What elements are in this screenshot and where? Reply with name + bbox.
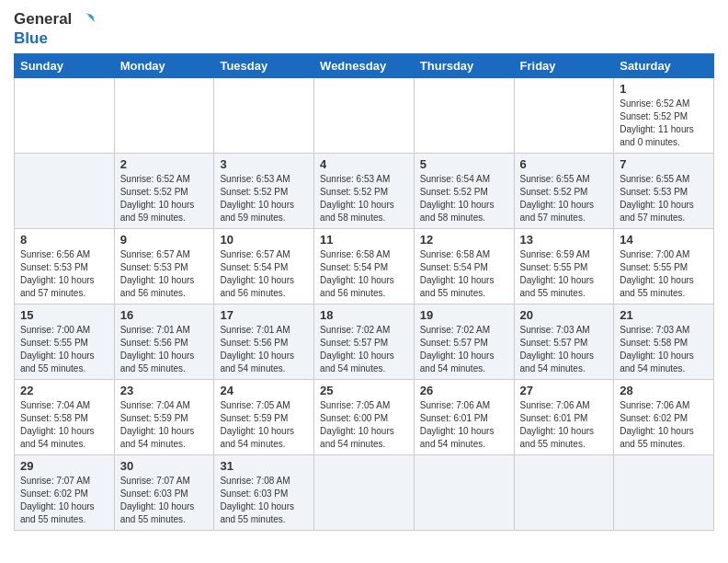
calendar-cell: 16Sunrise: 7:01 AMSunset: 5:56 PMDayligh… — [114, 304, 214, 380]
day-number: 1 — [620, 82, 708, 96]
calendar-cell: 10Sunrise: 6:57 AMSunset: 5:54 PMDayligh… — [214, 229, 314, 304]
week-row-0: 1Sunrise: 6:52 AMSunset: 5:52 PMDaylight… — [15, 78, 714, 154]
day-number: 18 — [320, 308, 408, 322]
calendar-cell: 25Sunrise: 7:05 AMSunset: 6:00 PMDayligh… — [314, 380, 415, 455]
cell-content: Sunrise: 6:59 AMSunset: 5:55 PMDaylight:… — [520, 248, 609, 300]
calendar-cell: 13Sunrise: 6:59 AMSunset: 5:55 PMDayligh… — [514, 229, 614, 304]
calendar-cell: 4Sunrise: 6:53 AMSunset: 5:52 PMDaylight… — [314, 154, 415, 229]
calendar-cell: 22Sunrise: 7:04 AMSunset: 5:58 PMDayligh… — [15, 380, 115, 455]
header-day-friday: Friday — [514, 54, 614, 78]
cell-content: Sunrise: 7:00 AMSunset: 5:55 PMDaylight:… — [620, 248, 708, 300]
calendar-cell: 24Sunrise: 7:05 AMSunset: 5:59 PMDayligh… — [214, 380, 314, 455]
cell-content: Sunrise: 7:05 AMSunset: 6:00 PMDaylight:… — [320, 399, 408, 451]
logo-general: General — [14, 10, 72, 29]
day-number: 4 — [320, 157, 408, 171]
cell-content: Sunrise: 7:07 AMSunset: 6:03 PMDaylight:… — [120, 475, 209, 526]
calendar-cell: 2Sunrise: 6:52 AMSunset: 5:52 PMDaylight… — [114, 154, 214, 229]
week-row-5: 29Sunrise: 7:07 AMSunset: 6:02 PMDayligh… — [15, 455, 714, 531]
day-number: 31 — [220, 459, 308, 473]
cell-content: Sunrise: 7:02 AMSunset: 5:57 PMDaylight:… — [320, 324, 408, 375]
calendar-cell: 31Sunrise: 7:08 AMSunset: 6:03 PMDayligh… — [214, 455, 314, 531]
logo: General Blue — [14, 9, 95, 48]
calendar-cell — [514, 455, 614, 531]
day-number: 5 — [420, 157, 508, 171]
main-container: General Blue SundayMondayTuesdayWednesda… — [0, 0, 728, 540]
calendar-cell: 6Sunrise: 6:55 AMSunset: 5:52 PMDaylight… — [514, 154, 614, 229]
day-number: 8 — [20, 233, 108, 247]
calendar-cell: 8Sunrise: 6:56 AMSunset: 5:53 PMDaylight… — [15, 229, 115, 304]
day-number: 17 — [220, 308, 308, 322]
cell-content: Sunrise: 6:58 AMSunset: 5:54 PMDaylight:… — [320, 248, 408, 300]
cell-content: Sunrise: 6:55 AMSunset: 5:53 PMDaylight:… — [620, 173, 708, 224]
cell-content: Sunrise: 7:01 AMSunset: 5:56 PMDaylight:… — [220, 324, 308, 375]
calendar-cell: 15Sunrise: 7:00 AMSunset: 5:55 PMDayligh… — [15, 304, 115, 380]
calendar-cell: 3Sunrise: 6:53 AMSunset: 5:52 PMDaylight… — [214, 154, 314, 229]
cell-content: Sunrise: 7:03 AMSunset: 5:58 PMDaylight:… — [620, 324, 708, 375]
calendar-cell — [314, 455, 415, 531]
day-number: 16 — [120, 308, 209, 322]
calendar-cell: 29Sunrise: 7:07 AMSunset: 6:02 PMDayligh… — [15, 455, 115, 531]
header-day-wednesday: Wednesday — [314, 54, 415, 78]
calendar-cell: 26Sunrise: 7:06 AMSunset: 6:01 PMDayligh… — [414, 380, 514, 455]
day-number: 23 — [120, 384, 209, 397]
calendar-cell: 14Sunrise: 7:00 AMSunset: 5:55 PMDayligh… — [614, 229, 714, 304]
cell-content: Sunrise: 7:02 AMSunset: 5:57 PMDaylight:… — [420, 324, 508, 375]
logo-blue: Blue — [14, 29, 48, 48]
calendar-cell: 1Sunrise: 6:52 AMSunset: 5:52 PMDaylight… — [614, 78, 714, 154]
logo-bird-icon — [74, 9, 95, 29]
day-number: 25 — [320, 384, 408, 397]
day-number: 7 — [620, 157, 708, 171]
calendar-cell: 23Sunrise: 7:04 AMSunset: 5:59 PMDayligh… — [114, 380, 214, 455]
day-number: 15 — [20, 308, 108, 322]
cell-content: Sunrise: 6:58 AMSunset: 5:54 PMDaylight:… — [420, 248, 508, 300]
day-number: 27 — [520, 384, 609, 397]
cell-content: Sunrise: 7:05 AMSunset: 5:59 PMDaylight:… — [220, 399, 308, 451]
cell-content: Sunrise: 6:57 AMSunset: 5:53 PMDaylight:… — [120, 248, 209, 300]
day-number: 29 — [20, 459, 108, 473]
day-number: 9 — [120, 233, 209, 247]
calendar-cell — [414, 78, 514, 154]
cell-content: Sunrise: 7:04 AMSunset: 5:59 PMDaylight:… — [120, 399, 209, 451]
cell-content: Sunrise: 6:55 AMSunset: 5:52 PMDaylight:… — [520, 173, 609, 224]
day-number: 14 — [620, 233, 708, 247]
calendar-cell: 7Sunrise: 6:55 AMSunset: 5:53 PMDaylight… — [614, 154, 714, 229]
header-day-thursday: Thursday — [414, 54, 514, 78]
cell-content: Sunrise: 7:04 AMSunset: 5:58 PMDaylight:… — [20, 399, 108, 451]
day-number: 2 — [120, 157, 209, 171]
cell-content: Sunrise: 6:57 AMSunset: 5:54 PMDaylight:… — [220, 248, 308, 300]
day-number: 6 — [520, 157, 609, 171]
calendar-cell: 20Sunrise: 7:03 AMSunset: 5:57 PMDayligh… — [514, 304, 614, 380]
week-row-1: 2Sunrise: 6:52 AMSunset: 5:52 PMDaylight… — [15, 154, 714, 229]
calendar-cell — [114, 78, 214, 154]
day-number: 24 — [220, 384, 308, 397]
day-number: 19 — [420, 308, 508, 322]
cell-content: Sunrise: 7:08 AMSunset: 6:03 PMDaylight:… — [220, 475, 308, 526]
header-day-saturday: Saturday — [614, 54, 714, 78]
day-number: 26 — [420, 384, 508, 397]
cell-content: Sunrise: 7:06 AMSunset: 6:02 PMDaylight:… — [620, 399, 708, 451]
calendar-cell: 11Sunrise: 6:58 AMSunset: 5:54 PMDayligh… — [314, 229, 415, 304]
day-number: 3 — [220, 157, 308, 171]
day-number: 22 — [20, 384, 108, 397]
day-number: 11 — [320, 233, 408, 247]
header-day-tuesday: Tuesday — [214, 54, 314, 78]
calendar-cell: 19Sunrise: 7:02 AMSunset: 5:57 PMDayligh… — [414, 304, 514, 380]
day-number: 28 — [620, 384, 708, 397]
calendar-cell — [514, 78, 614, 154]
cell-content: Sunrise: 7:00 AMSunset: 5:55 PMDaylight:… — [20, 324, 108, 375]
header-day-monday: Monday — [114, 54, 214, 78]
calendar-cell — [314, 78, 415, 154]
cell-content: Sunrise: 6:52 AMSunset: 5:52 PMDaylight:… — [620, 98, 708, 149]
calendar-cell — [15, 154, 115, 229]
day-number: 10 — [220, 233, 308, 247]
day-number: 13 — [520, 233, 609, 247]
cell-content: Sunrise: 7:06 AMSunset: 6:01 PMDaylight:… — [420, 399, 508, 451]
calendar-cell: 30Sunrise: 7:07 AMSunset: 6:03 PMDayligh… — [114, 455, 214, 531]
cell-content: Sunrise: 7:06 AMSunset: 6:01 PMDaylight:… — [520, 399, 609, 451]
day-number: 30 — [120, 459, 209, 473]
header: General Blue — [14, 9, 714, 48]
header-day-sunday: Sunday — [15, 54, 115, 78]
calendar-cell — [214, 78, 314, 154]
calendar-cell: 21Sunrise: 7:03 AMSunset: 5:58 PMDayligh… — [614, 304, 714, 380]
cell-content: Sunrise: 6:53 AMSunset: 5:52 PMDaylight:… — [220, 173, 308, 224]
